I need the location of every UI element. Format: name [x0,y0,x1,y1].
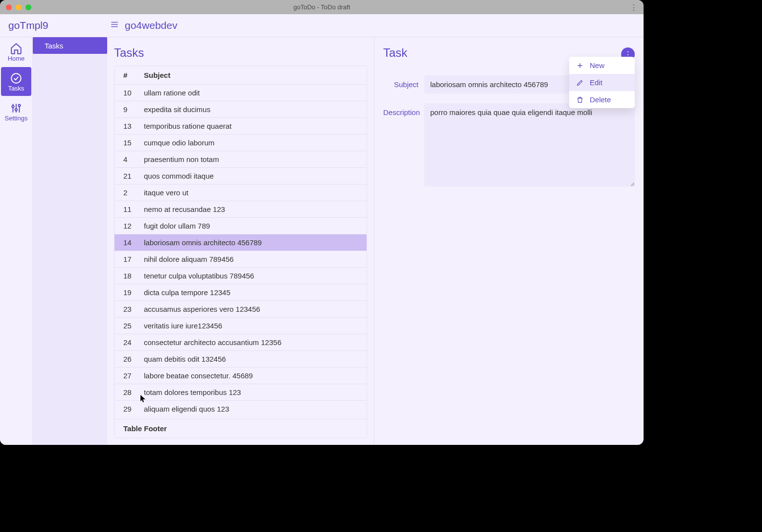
side-panel: Tasks [33,37,107,445]
brand-logo: goTmpl9 [0,20,107,31]
table-row[interactable]: 15cumque odio laborum [115,134,367,151]
table-row[interactable]: 27labore beatae consectetur. 45689 [115,367,367,384]
table-row[interactable]: 29aliquam eligendi quos 123 [115,400,367,417]
rail-label: Tasks [8,85,24,92]
titlebar-more-icon[interactable]: ⋮ [630,3,638,12]
row-subject: expedita sit ducimus [144,105,358,114]
minimize-window-button[interactable] [16,4,22,10]
row-subject: aliquam eligendi quos 123 [144,405,358,413]
row-id: 19 [123,288,144,297]
window-controls [6,4,31,10]
check-circle-icon [10,72,23,85]
row-subject: nihil dolore aliquam 789456 [144,255,358,263]
menu-delete[interactable]: Delete [569,91,635,108]
table-row[interactable]: 19dicta culpa tempore 12345 [115,284,367,301]
table-row[interactable]: 13temporibus ratione quaerat [115,117,367,134]
row-subject: fugit dolor ullam 789 [144,222,358,230]
row-subject: cumque odio laborum [144,139,358,147]
row-subject: laboriosam omnis architecto 456789 [144,238,358,247]
breadcrumb: go4webdev [122,20,177,31]
row-id: 4 [123,155,144,163]
row-id: 12 [123,222,144,230]
tasks-table: # Subject 10ullam ratione odit9expedita … [114,66,367,438]
svg-point-9 [18,104,20,106]
row-subject: accusamus asperiores vero 123456 [144,305,358,313]
plus-icon [576,62,584,69]
row-id: 15 [123,139,144,147]
rail-item-tasks[interactable]: Tasks [1,67,31,96]
close-window-button[interactable] [6,4,12,10]
row-id: 21 [123,172,144,180]
table-row[interactable]: 2itaque vero ut [115,184,367,201]
row-id: 18 [123,272,144,280]
row-subject: quos commodi itaque [144,172,358,180]
side-tab-tasks[interactable]: Tasks [33,37,107,54]
row-subject: labore beatae consectetur. 45689 [144,371,358,380]
home-icon [10,42,23,55]
table-row[interactable]: 14laboriosam omnis architecto 456789 [115,234,367,251]
rail-item-home[interactable]: Home [0,37,32,66]
table-row[interactable]: 11nemo at recusandae 123 [115,201,367,217]
row-id: 17 [123,255,144,263]
table-header: # Subject [115,66,367,84]
row-id: 13 [123,122,144,130]
table-body[interactable]: 10ullam ratione odit9expedita sit ducimu… [115,84,367,419]
row-id: 28 [123,388,144,396]
hamburger-icon[interactable] [107,20,122,31]
side-tab-label: Tasks [45,42,63,50]
table-row[interactable]: 9expedita sit ducimus [115,101,367,117]
row-subject: praesentium non totam [144,155,358,163]
table-row[interactable]: 12fugit dolor ullam 789 [115,217,367,234]
row-id: 26 [123,355,144,363]
row-id: 25 [123,322,144,330]
row-id: 24 [123,338,144,347]
row-id: 23 [123,305,144,313]
table-row[interactable]: 23accusamus asperiores vero 123456 [115,301,367,317]
pencil-icon [576,79,584,87]
sliders-icon [10,102,23,115]
row-subject: quam debitis odit 132456 [144,355,358,363]
rail-item-settings[interactable]: Settings [0,97,32,126]
table-row[interactable]: 25veritatis iure iure123456 [115,317,367,334]
row-subject: itaque vero ut [144,188,358,197]
tasks-title: Tasks [114,43,367,66]
row-id: 9 [123,105,144,114]
menu-label: New [590,61,604,69]
row-subject: dicta culpa tempore 12345 [144,288,358,297]
detail-column: Task ⋮ Subject Description porro maiores… [374,37,644,445]
row-id: 27 [123,371,144,380]
row-subject: ullam ratione odit [144,89,358,97]
app-bar: goTmpl9 go4webdev [0,14,644,37]
row-id: 14 [123,238,144,247]
table-row[interactable]: 10ullam ratione odit [115,84,367,101]
table-row[interactable]: 21quos commodi itaque [115,167,367,184]
app-window: goToDo - ToDo draft ⋮ goTmpl9 go4webdev … [0,0,644,445]
rail-label: Home [8,55,25,62]
table-row[interactable]: 28totam dolores temporibus 123 [115,384,367,400]
col-header-num: # [123,71,144,79]
maximize-window-button[interactable] [25,4,31,10]
window-title: goToDo - ToDo draft [0,3,644,11]
table-row[interactable]: 17nihil dolore aliquam 789456 [115,251,367,267]
svg-point-8 [15,109,17,111]
subject-label: Subject [383,75,424,93]
row-id: 2 [123,188,144,197]
description-input[interactable]: porro maiores quia quae quia eligendi it… [424,103,635,186]
detail-title: Task [383,43,407,66]
row-subject: consectetur architecto accusantium 12356 [144,338,358,347]
table-row[interactable]: 24consectetur architecto accusantium 123… [115,334,367,350]
row-id: 11 [123,205,144,213]
description-label: Description [383,103,424,186]
menu-new[interactable]: New [569,57,635,74]
trash-icon [576,96,584,104]
table-row[interactable]: 18tenetur culpa voluptatibus 789456 [115,267,367,284]
row-subject: totam dolores temporibus 123 [144,388,358,396]
table-row[interactable]: 26quam debitis odit 132456 [115,350,367,367]
row-id: 29 [123,405,144,413]
table-row[interactable]: 4praesentium non totam [115,151,367,167]
row-subject: temporibus ratione quaerat [144,122,358,130]
col-header-subject: Subject [144,71,358,79]
row-subject: nemo at recusandae 123 [144,205,358,213]
rail-label: Settings [5,115,28,122]
menu-edit[interactable]: Edit [569,74,635,91]
